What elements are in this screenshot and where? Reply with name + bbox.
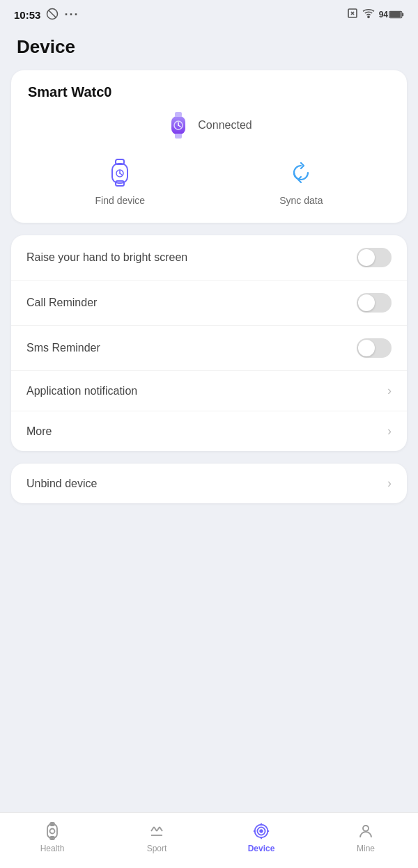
more-icon: ··· [64,8,79,22]
mine-nav-label: Mine [357,844,375,853]
svg-rect-11 [175,134,182,139]
svg-rect-21 [47,824,57,838]
page-title: Device [0,26,418,70]
device-card: Smart Watc0 [11,70,407,223]
battery-icon: 94 [379,10,404,19]
sport-icon [148,822,166,840]
svg-line-28 [160,827,162,831]
sport-nav-label: Sport [147,844,167,853]
device-actions: Find device Sync data [28,157,390,206]
sync-data-label: Sync data [279,195,323,206]
nav-health[interactable]: Health [0,822,104,853]
find-device-button[interactable]: Find device [95,157,146,206]
svg-line-27 [157,827,160,831]
app-notification-label: Application notification [26,385,137,397]
bottom-nav: Health Sport Devic [0,812,418,868]
connection-status: Connected [198,119,251,132]
svg-point-24 [50,829,55,834]
raise-hand-toggle[interactable] [357,248,392,267]
status-time: 10:53 [14,9,40,21]
close-icon [347,8,358,22]
svg-rect-10 [175,112,182,117]
app-notification-row[interactable]: Application notification › [11,371,407,411]
device-nav-label: Device [248,844,275,853]
device-status: Connected [28,113,390,138]
sms-reminder-toggle[interactable] [357,338,392,358]
call-reminder-row: Call Reminder [11,281,407,326]
svg-rect-7 [390,12,401,17]
device-watch-icon [166,113,191,138]
find-device-label: Find device [95,195,146,206]
nav-mine[interactable]: Mine [314,822,418,853]
nav-device[interactable]: Device [209,822,314,853]
call-reminder-label: Call Reminder [26,297,97,309]
unbind-chevron: › [387,476,392,491]
health-icon [43,822,61,840]
sync-data-button[interactable]: Sync data [279,157,323,206]
more-row[interactable]: More › [11,411,407,451]
nav-sport[interactable]: Sport [104,822,209,853]
status-bar: 10:53 ··· 94 [0,0,418,26]
find-device-icon [104,157,135,188]
health-nav-label: Health [40,844,65,853]
more-label: More [26,425,52,438]
no-disturb-icon [46,8,59,22]
wifi-icon [362,7,375,22]
svg-point-37 [363,826,369,831]
device-name: Smart Watc0 [28,84,390,100]
call-reminder-toggle[interactable] [357,293,392,313]
unbind-row[interactable]: Unbind device › [11,464,407,503]
svg-line-20 [120,173,122,175]
svg-point-32 [260,830,263,833]
sms-reminder-row: Sms Reminder [11,326,407,371]
svg-line-25 [151,827,154,831]
svg-line-1 [49,10,56,17]
raise-hand-row: Raise your hand to bright screen [11,235,407,281]
device-nav-icon [252,822,270,840]
more-chevron: › [387,424,392,439]
page-content: Device Smart Watc0 [0,26,418,578]
unbind-card: Unbind device › [11,464,407,503]
settings-card: Raise your hand to bright screen Call Re… [11,235,407,451]
sync-data-icon [286,157,316,188]
raise-hand-label: Raise your hand to bright screen [26,251,187,264]
unbind-label: Unbind device [26,478,97,490]
svg-rect-8 [402,13,403,17]
svg-line-26 [154,827,157,831]
app-notification-chevron: › [387,384,392,398]
sms-reminder-label: Sms Reminder [26,342,100,354]
status-right: 94 [347,7,404,22]
status-left: 10:53 ··· [14,8,79,22]
mine-icon [357,822,375,840]
svg-point-5 [368,16,369,17]
